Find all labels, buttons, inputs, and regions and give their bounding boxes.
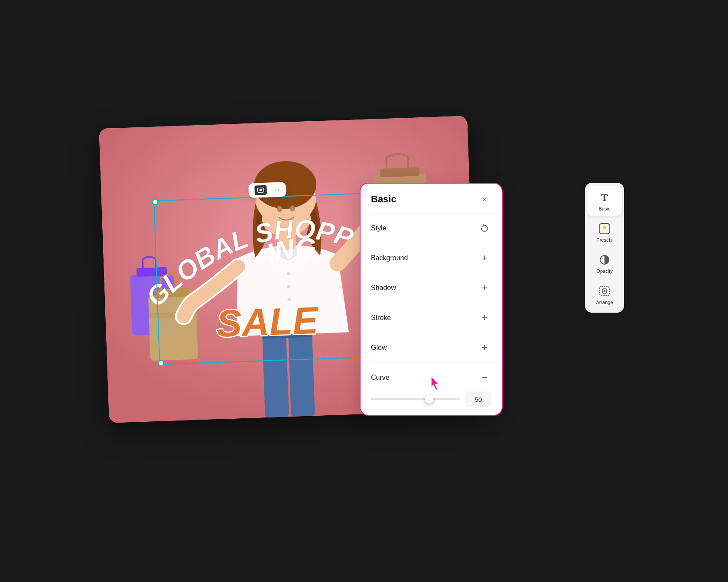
panel-row-shadow[interactable]: Shadow + bbox=[361, 273, 502, 303]
sidebar-item-arrange[interactable]: Arrange bbox=[587, 280, 622, 309]
panel-header: Basic × bbox=[361, 184, 502, 213]
curve-header: Curve − bbox=[371, 371, 491, 385]
svg-text:T: T bbox=[601, 192, 608, 203]
element-toolbar: ··· bbox=[248, 182, 286, 198]
svg-line-4 bbox=[156, 259, 156, 268]
curve-slider-fill bbox=[371, 398, 429, 400]
panel-row-background[interactable]: Background + bbox=[361, 243, 502, 273]
panel-row-glow[interactable]: Glow + bbox=[361, 333, 502, 363]
panel-title: Basic bbox=[371, 194, 396, 205]
curve-slider-thumb[interactable] bbox=[425, 395, 433, 404]
sidebar-item-presets[interactable]: Presets bbox=[587, 217, 622, 247]
opacity-icon bbox=[598, 253, 611, 267]
curve-slider-track[interactable] bbox=[371, 398, 460, 400]
panel-body: Style Background + Shadow + bbox=[361, 213, 502, 415]
curve-slider-row: 50 bbox=[371, 391, 491, 407]
svg-line-3 bbox=[143, 259, 143, 268]
presets-icon bbox=[598, 222, 611, 236]
svg-text:SALE: SALE bbox=[216, 299, 320, 345]
curve-value[interactable]: 50 bbox=[465, 391, 491, 407]
rotate-handle[interactable]: ↻ bbox=[261, 367, 272, 378]
svg-line-12 bbox=[386, 158, 387, 168]
sidebar-arrange-label: Arrange bbox=[596, 300, 613, 305]
svg-point-37 bbox=[604, 290, 605, 292]
curve-collapse-button[interactable]: − bbox=[478, 371, 491, 385]
curve-section: Curve − 50 bbox=[361, 363, 502, 415]
sidebar-item-basic[interactable]: T Basic bbox=[587, 186, 622, 216]
stroke-label: Stroke bbox=[371, 314, 391, 322]
panel-row-stroke[interactable]: Stroke + bbox=[361, 303, 502, 333]
arrange-icon bbox=[598, 284, 611, 298]
scene: GLOBAL SHOPP ING SALE ↻ bbox=[104, 96, 624, 486]
shadow-add-button[interactable]: + bbox=[478, 281, 491, 295]
sidebar-presets-label: Presets bbox=[596, 237, 612, 242]
toolbar-more-button[interactable]: ··· bbox=[272, 186, 280, 194]
element-icon[interactable] bbox=[254, 185, 267, 195]
glow-label: Glow bbox=[371, 344, 387, 352]
right-sidebar: T Basic Presets bbox=[585, 183, 624, 313]
basic-panel: Basic × Style Background + bbox=[360, 183, 503, 416]
sidebar-basic-label: Basic bbox=[599, 206, 611, 211]
background-label: Background bbox=[371, 254, 408, 262]
panel-row-style[interactable]: Style bbox=[361, 213, 502, 243]
style-reset-button[interactable] bbox=[478, 221, 491, 235]
svg-line-13 bbox=[408, 157, 408, 168]
basic-icon: T bbox=[598, 191, 611, 204]
glow-add-button[interactable]: + bbox=[478, 341, 491, 355]
sidebar-opacity-label: Opacity bbox=[596, 268, 612, 274]
sidebar-item-opacity[interactable]: Opacity bbox=[587, 249, 622, 278]
curve-label: Curve bbox=[371, 374, 390, 382]
svg-rect-11 bbox=[380, 167, 419, 177]
stroke-add-button[interactable]: + bbox=[478, 311, 491, 325]
panel-close-button[interactable]: × bbox=[478, 192, 491, 206]
style-label: Style bbox=[371, 224, 387, 232]
background-add-button[interactable]: + bbox=[478, 251, 491, 265]
svg-rect-15 bbox=[288, 333, 315, 417]
shadow-label: Shadow bbox=[371, 284, 396, 292]
svg-rect-29 bbox=[260, 189, 262, 191]
